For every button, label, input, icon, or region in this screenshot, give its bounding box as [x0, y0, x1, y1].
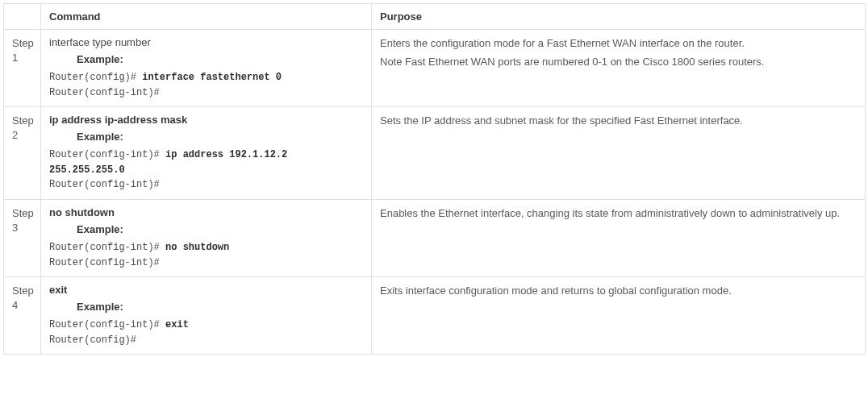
cli-line: Router(config-int)# [49, 177, 363, 193]
command-cell: no shutdownExample:Router(config-int)# n… [41, 199, 372, 276]
cli-prompt: Router(config-int)# [49, 242, 165, 253]
cli-prompt: Router(config-int)# [49, 87, 160, 98]
table-row: Step 3no shutdownExample:Router(config-i… [4, 199, 866, 276]
cli-command: interface fastethernet 0 [142, 72, 282, 83]
command-cell: ip address ip-address maskExample:Router… [41, 107, 372, 200]
header-purpose: Purpose [372, 4, 866, 30]
cli-prompt: Router(config-int)# [49, 257, 160, 268]
cli-line: Router(config-int)# [49, 255, 363, 271]
command-cell: interface type numberExample:Router(conf… [41, 30, 372, 107]
cli-example: Router(config)# interface fastethernet 0… [49, 70, 363, 100]
purpose-text: Enables the Ethernet interface, changing… [380, 206, 857, 222]
command-text: no shutdown [49, 206, 363, 218]
cli-prompt: Router(config-int)# [49, 179, 160, 190]
table-row: Step 4exitExample:Router(config-int)# ex… [4, 277, 866, 355]
purpose-cell: Sets the IP address and subnet mask for … [372, 107, 866, 200]
cli-prompt: Router(config-int)# [49, 149, 165, 160]
cli-line: Router(config-int)# [49, 85, 363, 101]
command-text: ip address ip-address mask [49, 114, 363, 126]
purpose-text: Sets the IP address and subnet mask for … [380, 114, 857, 129]
cli-line: Router(config-int)# ip address 192.1.12.… [49, 147, 363, 177]
cli-line: Router(config)# interface fastethernet 0 [49, 70, 363, 85]
cli-example: Router(config-int)# ip address 192.1.12.… [49, 147, 363, 193]
cli-command: exit [165, 319, 189, 330]
command-text: interface type number [49, 36, 363, 48]
cli-prompt: Router(config)# [49, 334, 136, 346]
command-text: exit [49, 284, 363, 296]
cli-example: Router(config-int)# no shutdownRouter(co… [49, 240, 363, 270]
header-command: Command [41, 4, 372, 30]
cli-prompt: Router(config-int)# [49, 319, 165, 330]
cli-line: Router(config-int)# exit [49, 318, 363, 333]
purpose-cell: Exits interface configuration mode and r… [372, 277, 866, 355]
purpose-text: Note Fast Ethernet WAN ports are numbere… [380, 55, 857, 70]
table-row: Step 2ip address ip-address maskExample:… [4, 107, 866, 200]
purpose-cell: Enables the Ethernet interface, changing… [372, 199, 866, 276]
cli-line: Router(config)# [49, 333, 363, 348]
step-label: Step 3 [4, 199, 41, 276]
cli-line: Router(config-int)# no shutdown [49, 240, 363, 255]
purpose-text: Enters the configuration mode for a Fast… [380, 36, 857, 52]
config-steps-table: Command Purpose Step 1interface type num… [3, 3, 866, 355]
purpose-text: Exits interface configuration mode and r… [380, 284, 857, 299]
example-label: Example: [77, 53, 363, 65]
example-label: Example: [77, 223, 363, 235]
step-label: Step 1 [4, 30, 41, 107]
command-cell: exitExample:Router(config-int)# exitRout… [41, 277, 372, 355]
purpose-cell: Enters the configuration mode for a Fast… [372, 30, 866, 107]
cli-command: no shutdown [165, 242, 229, 253]
table-row: Step 1interface type numberExample:Route… [4, 30, 866, 107]
cli-prompt: Router(config)# [49, 72, 142, 83]
cli-example: Router(config-int)# exitRouter(config)# [49, 318, 363, 347]
table-header-row: Command Purpose [4, 4, 866, 30]
example-label: Example: [77, 301, 363, 313]
header-blank [4, 4, 41, 30]
example-label: Example: [77, 131, 363, 143]
step-label: Step 2 [4, 107, 41, 200]
step-label: Step 4 [4, 277, 41, 355]
